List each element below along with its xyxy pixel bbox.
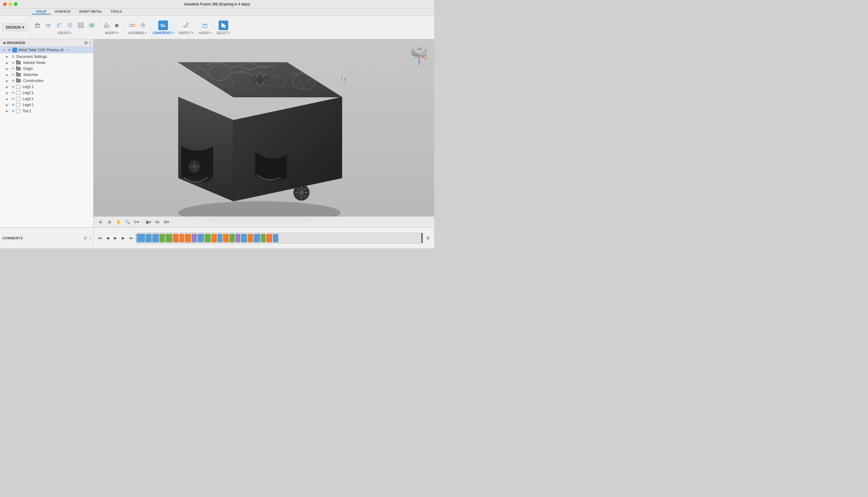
assemble-label[interactable]: ASSEMBLE ▾ — [128, 31, 146, 35]
browser-collapse-icon[interactable]: ◀ — [2, 41, 5, 45]
root-eye-icon[interactable]: 👁 — [8, 48, 11, 52]
timeline-seg-2[interactable] — [145, 234, 152, 242]
timeline-seg-16[interactable] — [236, 234, 240, 242]
construction-eye-icon[interactable]: 👁 — [12, 79, 15, 83]
comments-pin-icon[interactable]: | — [90, 236, 91, 240]
timeline-seg-15[interactable] — [229, 234, 235, 242]
combine-icon[interactable] — [87, 20, 97, 30]
modify-label[interactable]: MODIFY ▾ — [105, 31, 118, 35]
timeline-seg-6[interactable] — [173, 234, 179, 242]
timeline-seg-18[interactable] — [248, 234, 253, 242]
timeline-seg-17[interactable] — [241, 234, 247, 242]
orbit-icon[interactable]: ↻▾ — [132, 218, 140, 226]
named-views-eye-icon[interactable]: 👁 — [12, 61, 15, 65]
origin-eye-icon[interactable]: 👁 — [12, 67, 15, 71]
select-label[interactable]: SELECT ▾ — [216, 31, 230, 35]
construct-label[interactable]: CONSTRUCT ▾ — [153, 31, 174, 35]
effects-btn[interactable]: ⧉▾ — [153, 218, 161, 226]
tree-document-settings[interactable]: ▶ ⚙ Document Settings — [0, 53, 93, 60]
joint-icon[interactable] — [127, 20, 137, 30]
close-button[interactable] — [3, 2, 6, 6]
snap-icon[interactable]: ⊕ — [97, 218, 104, 226]
zoom-icon[interactable]: 🔍 — [124, 218, 131, 226]
revolve-icon[interactable] — [43, 20, 53, 30]
tree-origin[interactable]: ▶ 👁 Origin — [0, 66, 93, 72]
motion-icon[interactable] — [138, 20, 148, 30]
inspect-section[interactable]: INSPECT ▾ — [177, 19, 196, 36]
timeline-seg-11[interactable] — [205, 234, 211, 242]
grid-btn[interactable]: ⊞▾ — [163, 218, 170, 226]
tab-tools[interactable]: TOOLS — [107, 9, 126, 14]
timeline-seg-3[interactable] — [152, 234, 159, 242]
minimize-button[interactable] — [9, 2, 12, 6]
modify-section[interactable]: fx MODIFY ▾ — [99, 19, 125, 36]
measure-icon[interactable] — [181, 20, 191, 30]
tree-sketches[interactable]: ▶ 👁 Sketches — [0, 72, 93, 78]
timeline-seg-9[interactable] — [192, 234, 197, 242]
fx-icon[interactable]: fx — [112, 20, 122, 30]
extrude-icon[interactable] — [32, 20, 42, 30]
timeline-seg-1[interactable] — [137, 234, 145, 242]
timeline-seg-7[interactable] — [179, 234, 184, 242]
tree-root-item[interactable]: ▼ 👁 Metal Table CNC Plasma v6 ✏ — [0, 47, 93, 53]
timeline-settings-icon[interactable]: ⚙ — [424, 235, 431, 241]
timeline-prev-btn[interactable]: ◀ — [104, 235, 111, 241]
timeline-seg-21[interactable] — [266, 234, 272, 242]
timeline-seg-8[interactable] — [185, 234, 191, 242]
vp-btn-2[interactable]: ⊞ — [106, 218, 113, 226]
insert-label[interactable]: INSERT ▾ — [199, 31, 212, 35]
timeline-seg-5[interactable] — [166, 234, 172, 242]
design-button[interactable]: DESIGN ▾ — [2, 24, 27, 31]
select-icon[interactable] — [219, 20, 228, 30]
tree-construction[interactable]: ▶ 👁 Construction — [0, 78, 93, 84]
comments-settings-icon[interactable]: ⚙ — [84, 236, 87, 241]
sketches-eye-icon[interactable]: 👁 — [12, 73, 15, 76]
insert-section[interactable]: INSERT ▾ — [196, 19, 214, 36]
plane-icon[interactable] — [158, 20, 168, 30]
inspect-label[interactable]: INSPECT ▾ — [179, 31, 194, 35]
browser-pin-icon[interactable]: | — [90, 41, 91, 45]
timeline-seg-13[interactable] — [218, 234, 222, 242]
mirror-icon[interactable] — [65, 20, 75, 30]
create-section[interactable]: CREATE ▾ — [30, 19, 99, 36]
timeline-last-btn[interactable]: ⏭ — [128, 235, 135, 241]
tree-leg4[interactable]: ▶ 👁 Leg4:1 — [0, 102, 93, 108]
select-section[interactable]: SELECT ▾ — [214, 19, 233, 36]
pan-icon[interactable]: ✋ — [115, 218, 122, 226]
tree-leg2[interactable]: ▶ 👁 Leg2:1 — [0, 90, 93, 96]
timeline-seg-10[interactable] — [197, 234, 204, 242]
leg2-eye-icon[interactable]: 👁 — [12, 91, 15, 95]
browser-settings-icon[interactable]: ⚙ — [84, 40, 88, 45]
timeline-seg-4[interactable] — [159, 234, 165, 242]
timeline-next-btn[interactable]: ▶ — [120, 235, 127, 241]
timeline-seg-19[interactable] — [254, 234, 260, 242]
construct-section[interactable]: CONSTRUCT ▾ — [151, 19, 177, 36]
leg3-eye-icon[interactable]: 👁 — [12, 97, 15, 101]
press-pull-icon[interactable] — [102, 20, 111, 30]
leg1-eye-icon[interactable]: 👁 — [12, 85, 15, 89]
tree-leg3[interactable]: ▶ 👁 Leg3:1 — [0, 96, 93, 102]
root-edit-icon[interactable]: ✏ — [66, 48, 69, 52]
pattern-icon[interactable] — [76, 20, 86, 30]
fillet-icon[interactable] — [54, 20, 64, 30]
tab-surface[interactable]: SURFACE — [51, 9, 75, 14]
tree-leg1[interactable]: ▶ 👁 Leg1:1 — [0, 84, 93, 90]
timeline-seg-20[interactable] — [261, 234, 266, 242]
display-mode-btn[interactable]: ▣▾ — [144, 218, 152, 226]
viewport[interactable]: Z Y X TOP FRONT RIGHT ⊕ ⊞ ✋ 🔍 ↻▾ — [94, 39, 434, 227]
top-eye-icon[interactable]: 👁 — [12, 109, 15, 113]
timeline-first-btn[interactable]: ⏮ — [97, 235, 103, 241]
timeline-seg-12[interactable] — [211, 234, 217, 242]
timeline-track[interactable] — [136, 233, 423, 243]
create-label[interactable]: CREATE ▾ — [58, 31, 71, 35]
tab-sheet-metal[interactable]: SHEET METAL — [75, 9, 107, 14]
assemble-section[interactable]: ASSEMBLE ▾ — [125, 19, 151, 36]
tab-solid[interactable]: SOLID — [32, 9, 51, 14]
tree-top[interactable]: ▶ 👁 Top:1 — [0, 108, 93, 114]
timeline-play-btn[interactable]: ▶ — [112, 235, 119, 241]
viewcube[interactable]: Z Y X TOP FRONT RIGHT — [407, 42, 431, 66]
insert-icon[interactable] — [200, 20, 210, 30]
maximize-button[interactable] — [14, 2, 17, 6]
timeline-seg-22[interactable] — [273, 234, 278, 242]
timeline-seg-14[interactable] — [223, 234, 229, 242]
